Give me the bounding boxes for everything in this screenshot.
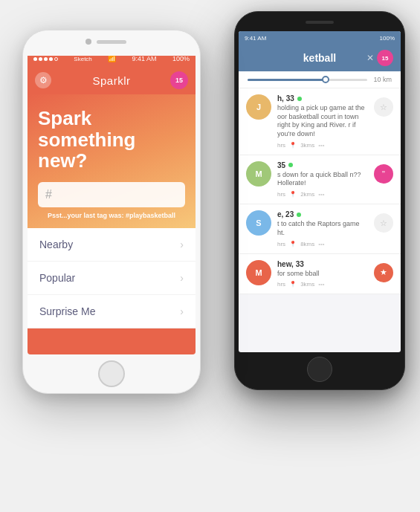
white-phone-home-button[interactable] — [98, 360, 125, 387]
more-dots-3[interactable]: ••• — [318, 281, 324, 288]
scene: 9:41 AM 100% ✕ ketball 15 10 km J — [0, 0, 420, 512]
online-dot-2 — [297, 213, 301, 217]
signal-dot-5 — [54, 57, 58, 61]
app-title: Sparklr — [92, 74, 130, 87]
close-icon[interactable]: ✕ — [366, 53, 374, 63]
black-notif-badge[interactable]: 15 — [377, 50, 393, 66]
menu-section: Nearby › Popular › Surprise Me › — [28, 228, 196, 328]
feed-item-0[interactable]: J h, 33 holding a pick up game at the oo… — [239, 88, 401, 155]
action-btn-3[interactable]: ★ — [374, 263, 393, 282]
feed-content-2: e, 23 t to catch the Raptors game ht. hr… — [277, 210, 368, 247]
white-phone-camera — [85, 39, 91, 45]
black-topbar: ✕ ketball 15 — [239, 45, 401, 71]
white-status-bar: Sketch 📶 9:41 AM 100% — [28, 51, 196, 66]
avatar-1: M — [246, 161, 271, 187]
pin-icon-0: 📍 — [289, 142, 297, 149]
feed-content-3: hew, 33 for some bball hrs 📍 3kms ••• — [277, 260, 368, 288]
feed-item-3[interactable]: M hew, 33 for some bball hrs 📍 3kms ••• — [239, 254, 401, 295]
hash-symbol: # — [45, 188, 52, 201]
black-phone-screen: 9:41 AM 100% ✕ ketball 15 10 km J — [239, 31, 401, 352]
black-phone-home-button[interactable] — [307, 357, 332, 382]
menu-item-surprise[interactable]: Surprise Me › — [28, 295, 196, 328]
menu-label-surprise: Surprise Me — [39, 305, 95, 317]
online-dot-1 — [288, 163, 293, 167]
signal-dot-1 — [33, 57, 37, 61]
feed-meta-0: hrs 📍 3kms ••• — [277, 142, 368, 149]
black-status-time: 9:41 AM — [245, 35, 266, 42]
chevron-surprise: › — [180, 305, 184, 317]
distance-slider-fill — [248, 79, 326, 81]
white-wifi-icon: 📶 — [108, 55, 116, 62]
black-status-bar: 9:41 AM 100% — [239, 31, 401, 45]
feed-name-0: h, 33 — [277, 94, 368, 103]
feed-item-2[interactable]: S e, 23 t to catch the Raptors game ht. … — [239, 204, 401, 253]
phone-black: 9:41 AM 100% ✕ ketball 15 10 km J — [234, 11, 405, 390]
menu-label-popular: Popular — [39, 272, 75, 284]
white-status-time: 9:41 AM — [132, 55, 157, 62]
feed-name-3: hew, 33 — [277, 260, 368, 268]
feed-msg-1: s down for a quick Bball n?? Hollerate! — [277, 171, 368, 188]
signal-dots — [33, 57, 58, 61]
menu-item-nearby[interactable]: Nearby › — [28, 228, 196, 262]
signal-dot-4 — [49, 57, 53, 61]
pin-icon-1: 📍 — [289, 191, 297, 198]
hero-text: Spark something new? — [38, 108, 185, 172]
feed-list: J h, 33 holding a pick up game at the oo… — [239, 88, 401, 294]
chevron-popular: › — [180, 272, 184, 284]
white-carrier: Sketch — [74, 56, 91, 62]
action-btn-2[interactable]: ☆ — [374, 213, 393, 233]
white-notif-badge[interactable]: 15 — [170, 71, 188, 89]
feed-name-2: e, 23 — [277, 210, 368, 218]
feed-meta-2: hrs 📍 8kms ••• — [277, 241, 368, 247]
feed-msg-2: t to catch the Raptors game ht. — [277, 220, 368, 237]
white-status-battery: 100% — [172, 55, 190, 62]
distance-slider-thumb[interactable] — [322, 76, 329, 83]
feed-msg-3: for some bball — [277, 270, 368, 279]
action-btn-1[interactable]: " — [374, 164, 393, 184]
pin-icon-3: 📍 — [289, 281, 297, 288]
search-box[interactable]: # — [38, 182, 185, 207]
distance-label: 10 km — [373, 76, 392, 83]
pin-icon-2: 📍 — [289, 241, 297, 247]
more-dots-1[interactable]: ••• — [318, 191, 324, 198]
feed-name-1: 35 — [277, 161, 368, 169]
white-phone-screen: Sketch 📶 9:41 AM 100% ⚙ Sparklr 15 Spark… — [28, 51, 196, 354]
avatar-0: J — [246, 94, 271, 120]
more-dots-0[interactable]: ••• — [318, 142, 324, 149]
feed-meta-1: hrs 📍 2kms ••• — [277, 191, 368, 198]
gear-icon[interactable]: ⚙ — [35, 72, 51, 88]
phone-white: Sketch 📶 9:41 AM 100% ⚙ Sparklr 15 Spark… — [22, 30, 201, 394]
signal-dot-3 — [44, 57, 48, 61]
black-phone-speaker — [306, 21, 334, 24]
hero-area: Spark something new? # Psst...your last … — [28, 94, 196, 228]
black-status-battery: 100% — [380, 35, 395, 42]
avatar-3: M — [246, 260, 271, 285]
feed-meta-3: hrs 📍 3kms ••• — [277, 281, 368, 288]
menu-label-nearby: Nearby — [39, 239, 73, 250]
black-page-title: ketball — [303, 52, 336, 64]
menu-item-popular[interactable]: Popular › — [28, 262, 196, 295]
signal-dot-2 — [39, 57, 42, 61]
feed-msg-0: holding a pick up game at the oor basket… — [277, 104, 368, 139]
avatar-2: S — [246, 210, 271, 236]
action-btn-0[interactable]: ☆ — [374, 97, 393, 117]
feed-item-1[interactable]: M 35 s down for a quick Bball n?? Holler… — [239, 155, 401, 204]
distance-slider-track[interactable] — [248, 79, 367, 81]
white-topbar: ⚙ Sparklr 15 — [28, 66, 196, 94]
chevron-nearby: › — [180, 239, 184, 250]
search-hint: Psst...your last tag was: #playbasketbal… — [38, 212, 185, 219]
online-dot-0 — [297, 97, 302, 101]
distance-bar: 10 km — [239, 71, 401, 88]
feed-content-1: 35 s down for a quick Bball n?? Hollerat… — [277, 161, 368, 198]
feed-content-0: h, 33 holding a pick up game at the oor … — [277, 94, 368, 149]
more-dots-2[interactable]: ••• — [318, 241, 324, 247]
white-phone-speaker — [97, 40, 126, 44]
